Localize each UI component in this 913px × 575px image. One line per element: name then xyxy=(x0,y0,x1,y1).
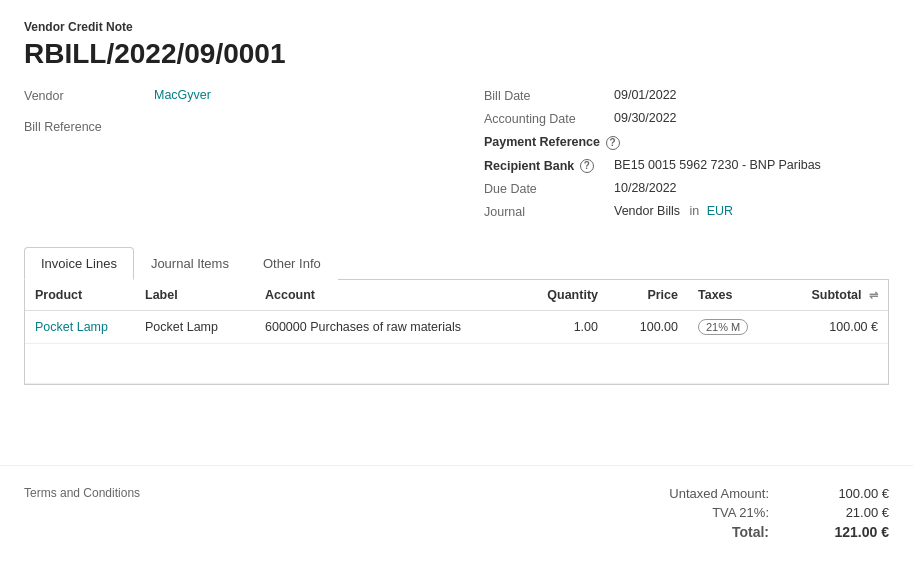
recipient-bank-row: Recipient Bank ? BE15 0015 5962 7230 - B… xyxy=(484,158,889,174)
total-row: Total: 121.00 € xyxy=(649,524,889,540)
cell-account: 600000 Purchases of raw materials xyxy=(255,311,508,344)
recipient-bank-label: Recipient Bank ? xyxy=(484,158,614,174)
journal-label: Journal xyxy=(484,204,614,219)
cell-quantity: 1.00 xyxy=(508,311,608,344)
journal-value: Vendor Bills in EUR xyxy=(614,204,733,218)
due-date-row: Due Date 10/28/2022 xyxy=(484,181,889,196)
col-header-account: Account xyxy=(255,280,508,311)
cell-subtotal: 100.00 € xyxy=(778,311,888,344)
col-header-taxes: Taxes xyxy=(688,280,778,311)
tva-label: TVA 21%: xyxy=(649,505,769,520)
tab-journal-items[interactable]: Journal Items xyxy=(134,247,246,280)
tabs: Invoice Lines Journal Items Other Info xyxy=(24,247,889,280)
tax-badge: 21% M xyxy=(698,319,748,335)
bill-date-label: Bill Date xyxy=(484,88,614,103)
untaxed-amount-value: 100.00 € xyxy=(809,486,889,501)
col-header-quantity: Quantity xyxy=(508,280,608,311)
due-date-label: Due Date xyxy=(484,181,614,196)
invoice-lines-table: Product Label Account Quantity Price Tax… xyxy=(25,280,888,384)
payment-reference-help-icon[interactable]: ? xyxy=(606,136,620,150)
col-header-product: Product xyxy=(25,280,135,311)
journal-row: Journal Vendor Bills in EUR xyxy=(484,204,889,219)
tva-value: 21.00 € xyxy=(809,505,889,520)
cell-label: Pocket Lamp xyxy=(135,311,255,344)
form-right: Bill Date 09/01/2022 Accounting Date 09/… xyxy=(484,88,889,227)
payment-reference-row: Payment Reference ? xyxy=(484,134,889,150)
vendor-value[interactable]: MacGyver xyxy=(154,88,211,102)
total-value: 121.00 € xyxy=(809,524,889,540)
vendor-label: Vendor xyxy=(24,88,154,103)
tab-content: Product Label Account Quantity Price Tax… xyxy=(24,280,889,385)
col-header-label: Label xyxy=(135,280,255,311)
terms-and-conditions: Terms and Conditions xyxy=(24,486,140,500)
cell-price: 100.00 xyxy=(608,311,688,344)
bill-date-value: 09/01/2022 xyxy=(614,88,677,102)
table-row: Pocket Lamp Pocket Lamp 600000 Purchases… xyxy=(25,311,888,344)
totals-section: Untaxed Amount: 100.00 € TVA 21%: 21.00 … xyxy=(649,486,889,544)
form-section: Vendor MacGyver Bill Reference Bill Date… xyxy=(24,88,889,227)
document-type: Vendor Credit Note xyxy=(24,20,889,34)
total-label: Total: xyxy=(649,524,769,540)
due-date-value: 10/28/2022 xyxy=(614,181,677,195)
untaxed-amount-label: Untaxed Amount: xyxy=(649,486,769,501)
bill-reference-field-row: Bill Reference xyxy=(24,119,444,134)
journal-currency[interactable]: EUR xyxy=(707,204,733,218)
empty-row xyxy=(25,344,888,384)
recipient-bank-help-icon[interactable]: ? xyxy=(580,159,594,173)
accounting-date-value: 09/30/2022 xyxy=(614,111,677,125)
table-header-row: Product Label Account Quantity Price Tax… xyxy=(25,280,888,311)
form-left: Vendor MacGyver Bill Reference xyxy=(24,88,444,227)
footer-section: Terms and Conditions Untaxed Amount: 100… xyxy=(0,465,913,564)
tab-invoice-lines[interactable]: Invoice Lines xyxy=(24,247,134,280)
accounting-date-label: Accounting Date xyxy=(484,111,614,126)
bill-reference-label: Bill Reference xyxy=(24,119,154,134)
cell-product[interactable]: Pocket Lamp xyxy=(25,311,135,344)
untaxed-amount-row: Untaxed Amount: 100.00 € xyxy=(649,486,889,501)
adjust-columns-icon[interactable]: ⇌ xyxy=(869,289,878,302)
document-title: RBILL/2022/09/0001 xyxy=(24,38,889,70)
col-header-price: Price xyxy=(608,280,688,311)
col-header-subtotal: Subtotal ⇌ xyxy=(778,280,888,311)
accounting-date-row: Accounting Date 09/30/2022 xyxy=(484,111,889,126)
tva-row: TVA 21%: 21.00 € xyxy=(649,505,889,520)
recipient-bank-value: BE15 0015 5962 7230 - BNP Paribas xyxy=(614,158,821,172)
tab-other-info[interactable]: Other Info xyxy=(246,247,338,280)
bill-date-row: Bill Date 09/01/2022 xyxy=(484,88,889,103)
payment-reference-label: Payment Reference ? xyxy=(484,134,620,150)
vendor-field-row: Vendor MacGyver xyxy=(24,88,444,103)
cell-taxes: 21% M xyxy=(688,311,778,344)
